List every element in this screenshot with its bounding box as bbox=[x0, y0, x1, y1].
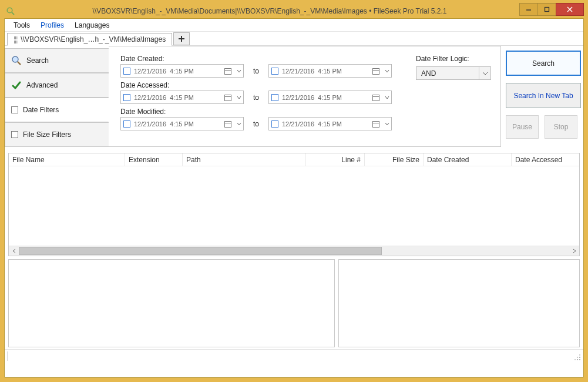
filter-logic-select[interactable]: AND bbox=[416, 66, 491, 80]
checkbox-icon[interactable] bbox=[123, 94, 130, 101]
col-date-accessed[interactable]: Date Accessed bbox=[512, 153, 579, 166]
filter-logic-label: Date Filter Logic: bbox=[416, 55, 491, 63]
close-button[interactable] bbox=[556, 3, 584, 16]
checkbox-icon[interactable] bbox=[271, 68, 278, 75]
chevron-down-icon[interactable] bbox=[236, 69, 242, 73]
checkbox-date-filters[interactable] bbox=[11, 106, 18, 113]
col-extension[interactable]: Extension bbox=[125, 153, 183, 166]
sidebar-label-advanced: Advanced bbox=[26, 81, 58, 89]
search-new-tab-button[interactable]: Search In New Tab bbox=[506, 83, 581, 108]
chevron-down-icon[interactable] bbox=[384, 122, 390, 126]
preview-pane-left[interactable] bbox=[8, 259, 335, 347]
svg-line-9 bbox=[18, 62, 21, 65]
app-icon bbox=[5, 6, 16, 16]
window-body: Tools Profiles Languages ¦¦¦ \\VBOXSVR\E… bbox=[4, 18, 584, 378]
svg-point-24 bbox=[579, 357, 580, 358]
svg-rect-12 bbox=[373, 68, 379, 74]
checkbox-icon[interactable] bbox=[123, 120, 130, 128]
results-h-scrollbar[interactable] bbox=[9, 246, 579, 256]
sidebar-item-filesize-filters[interactable]: File Size Filters bbox=[5, 122, 109, 147]
sidebar-item-date-filters[interactable]: Date Filters bbox=[5, 98, 109, 122]
magnifier-icon bbox=[11, 55, 22, 66]
maximize-button[interactable] bbox=[537, 3, 556, 16]
tab-add-button[interactable] bbox=[173, 32, 190, 45]
status-segment bbox=[7, 351, 125, 361]
time-value: 4:15 PM bbox=[170, 120, 194, 128]
date-value: 12/21/2016 bbox=[134, 120, 166, 128]
scroll-right-icon[interactable] bbox=[569, 246, 579, 256]
col-filename[interactable]: File Name bbox=[9, 153, 125, 166]
svg-rect-16 bbox=[373, 95, 379, 100]
chevron-down-icon[interactable] bbox=[384, 95, 390, 100]
calendar-icon[interactable] bbox=[371, 119, 381, 129]
sidebar-item-search[interactable]: Search bbox=[5, 48, 109, 73]
scroll-left-icon[interactable] bbox=[9, 246, 19, 256]
filters-row: Search Advanced Date Filters File Size F… bbox=[5, 46, 583, 147]
svg-point-8 bbox=[12, 56, 18, 62]
resize-grip-icon[interactable] bbox=[572, 351, 581, 361]
pause-button[interactable]: Pause bbox=[506, 115, 539, 139]
svg-point-22 bbox=[579, 359, 580, 360]
to-label: to bbox=[247, 64, 265, 78]
checkbox-filesize-filters[interactable] bbox=[11, 131, 18, 138]
svg-point-0 bbox=[7, 8, 12, 13]
sidebar-item-advanced[interactable]: Advanced bbox=[5, 73, 109, 98]
calendar-icon[interactable] bbox=[371, 93, 381, 102]
date-filters-panel: Date Created: 12/21/20164:15 PM to 12/21… bbox=[109, 46, 501, 147]
date-value: 12/21/2016 bbox=[282, 120, 314, 128]
titlebar: \\VBOXSVR\English_-_VM\Media\Documents|\… bbox=[4, 4, 584, 18]
window-controls bbox=[520, 3, 584, 16]
svg-point-25 bbox=[574, 359, 576, 360]
checkbox-icon[interactable] bbox=[271, 120, 278, 128]
date-accessed-from[interactable]: 12/21/20164:15 PM bbox=[120, 91, 244, 104]
results-body[interactable] bbox=[9, 166, 579, 246]
results-header: File Name Extension Path Line # File Siz… bbox=[9, 153, 579, 166]
stop-button[interactable]: Stop bbox=[545, 115, 577, 139]
calendar-icon[interactable] bbox=[223, 119, 233, 129]
sidebar-label-filesize-filters: File Size Filters bbox=[23, 130, 71, 139]
chevron-down-icon[interactable] bbox=[236, 122, 242, 126]
menu-tools[interactable]: Tools bbox=[8, 20, 35, 31]
date-created-to[interactable]: 12/21/20164:15 PM bbox=[268, 64, 392, 78]
chevron-down-icon[interactable] bbox=[236, 95, 242, 100]
calendar-icon[interactable] bbox=[223, 93, 233, 102]
date-modified-label: Date Modified: bbox=[120, 108, 392, 116]
svg-rect-14 bbox=[225, 95, 231, 100]
calendar-icon[interactable] bbox=[223, 66, 233, 76]
menu-profiles[interactable]: Profiles bbox=[35, 20, 69, 31]
date-value: 12/21/2016 bbox=[134, 68, 166, 75]
menu-languages[interactable]: Languages bbox=[69, 20, 115, 31]
date-modified-to[interactable]: 12/21/20164:15 PM bbox=[268, 117, 392, 130]
svg-rect-20 bbox=[373, 121, 379, 127]
calendar-icon[interactable] bbox=[371, 66, 381, 76]
col-date-created[interactable]: Date Created bbox=[424, 153, 512, 166]
search-button[interactable]: Search bbox=[506, 51, 581, 76]
search-new-tab-label: Search In New Tab bbox=[513, 92, 573, 100]
date-created-from[interactable]: 12/21/20164:15 PM bbox=[120, 64, 244, 78]
time-value: 4:15 PM bbox=[318, 94, 342, 101]
checkbox-icon[interactable] bbox=[271, 94, 278, 101]
date-created-label: Date Created: bbox=[120, 55, 392, 63]
col-path[interactable]: Path bbox=[183, 153, 306, 166]
to-label: to bbox=[247, 117, 265, 130]
svg-line-1 bbox=[12, 12, 14, 15]
chevron-down-icon[interactable] bbox=[384, 69, 390, 73]
checkbox-icon[interactable] bbox=[123, 68, 130, 75]
tabbar: ¦¦¦ \\VBOXSVR\English_…h_-_VM\Media\Imag… bbox=[5, 32, 583, 46]
lower-panes bbox=[8, 259, 580, 347]
date-accessed-to[interactable]: 12/21/20164:15 PM bbox=[268, 91, 392, 104]
scroll-thumb[interactable] bbox=[19, 247, 382, 255]
action-column: Search Search In New Tab Pause Stop bbox=[501, 46, 583, 147]
tab-filter-icon: ¦¦¦ bbox=[14, 35, 17, 43]
tab-current[interactable]: ¦¦¦ \\VBOXSVR\English_…h_-_VM\Media\Imag… bbox=[7, 33, 172, 46]
col-filesize[interactable]: File Size bbox=[365, 153, 424, 166]
minimize-button[interactable] bbox=[519, 3, 538, 16]
time-value: 4:15 PM bbox=[170, 68, 194, 75]
date-modified-from[interactable]: 12/21/20164:15 PM bbox=[120, 117, 244, 130]
svg-point-27 bbox=[579, 354, 580, 356]
sidebar-label-date-filters: Date Filters bbox=[23, 106, 59, 114]
svg-rect-3 bbox=[545, 8, 549, 12]
col-line[interactable]: Line # bbox=[306, 153, 365, 166]
preview-pane-right[interactable] bbox=[338, 259, 580, 347]
scroll-track[interactable] bbox=[19, 246, 569, 256]
